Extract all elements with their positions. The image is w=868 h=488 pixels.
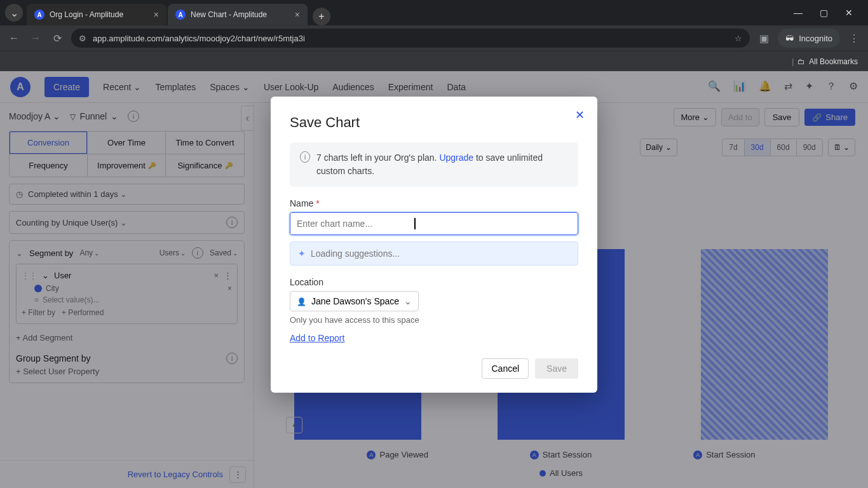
close-icon[interactable]: × (295, 10, 300, 20)
spark-icon (298, 248, 306, 259)
location-selector[interactable]: Jane Dawson's Space (290, 291, 419, 311)
text-cursor (414, 218, 416, 229)
favicon-icon: A (175, 10, 186, 20)
location-value: Jane Dawson's Space (311, 296, 399, 306)
new-tab-button[interactable]: + (313, 8, 330, 25)
chart-name-input[interactable] (290, 212, 578, 235)
panel-icon[interactable]: ▣ (756, 32, 771, 44)
tab-search-button[interactable]: ⌄ (5, 4, 23, 22)
plan-notice: i 7 charts left in your Org's plan. Upgr… (290, 142, 578, 187)
incognito-label: Incognito (799, 34, 832, 43)
favicon-icon: A (34, 10, 44, 20)
browser-menu-icon[interactable]: ⋮ (846, 32, 862, 44)
name-label: Name (290, 198, 313, 208)
close-icon[interactable]: × (154, 10, 159, 20)
tab-strip: A Org Login - Amplitude × A New Chart - … (27, 0, 330, 25)
window-controls: — ▢ ✕ (789, 8, 863, 18)
url-input[interactable]: ⚙ app.amplitude.com/analytics/moodjoy2/c… (71, 29, 750, 48)
close-window-icon[interactable]: ✕ (840, 8, 858, 18)
site-info-icon[interactable]: ⚙ (79, 34, 86, 43)
notice-text-pre: 7 charts left in your Org's plan. (316, 152, 439, 163)
location-label: Location (290, 277, 578, 287)
close-icon[interactable]: ✕ (575, 108, 585, 122)
suggestions-box: Loading suggestions... (290, 241, 578, 266)
all-bookmarks-link[interactable]: All Bookmarks (809, 57, 858, 66)
modal-save-button: Save (535, 358, 578, 379)
save-chart-modal: ✕ Save Chart i 7 charts left in your Org… (271, 97, 597, 393)
forward-icon: → (28, 32, 43, 44)
incognito-icon: 🕶 (785, 34, 794, 43)
tab-title: Org Login - Amplitude (50, 10, 149, 19)
modal-title: Save Chart (290, 114, 578, 131)
browser-titlebar: ⌄ A Org Login - Amplitude × A New Chart … (0, 0, 868, 25)
upgrade-link[interactable]: Upgrade (439, 152, 473, 163)
tab-inactive[interactable]: A Org Login - Amplitude × (27, 4, 166, 25)
location-hint: Only you have access to this space (290, 315, 578, 325)
chevron-down-icon (404, 296, 412, 306)
tab-title: New Chart - Amplitude (191, 10, 290, 19)
reload-icon[interactable]: ⟳ (50, 32, 65, 44)
add-to-report-link[interactable]: Add to Report (290, 333, 344, 343)
app-root: A Create Recent⌄ Templates Spaces⌄ User … (0, 71, 868, 488)
incognito-badge[interactable]: 🕶 Incognito (778, 29, 840, 48)
maximize-icon[interactable]: ▢ (815, 8, 832, 18)
minimize-icon[interactable]: — (789, 8, 807, 18)
address-bar: ← → ⟳ ⚙ app.amplitude.com/analytics/mood… (0, 25, 868, 51)
person-icon (297, 296, 306, 306)
bookmarks-bar: | 🗀 All Bookmarks (0, 51, 868, 71)
bookmark-star-icon[interactable]: ☆ (735, 34, 742, 43)
suggestions-text: Loading suggestions... (311, 248, 400, 259)
folder-icon: 🗀 (797, 57, 805, 66)
cancel-button[interactable]: Cancel (482, 358, 529, 379)
required-asterisk: * (313, 198, 319, 208)
url-text: app.amplitude.com/analytics/moodjoy2/cha… (93, 34, 305, 43)
tab-active[interactable]: A New Chart - Amplitude × (168, 4, 308, 25)
info-icon: i (300, 151, 310, 163)
back-icon[interactable]: ← (6, 32, 22, 44)
